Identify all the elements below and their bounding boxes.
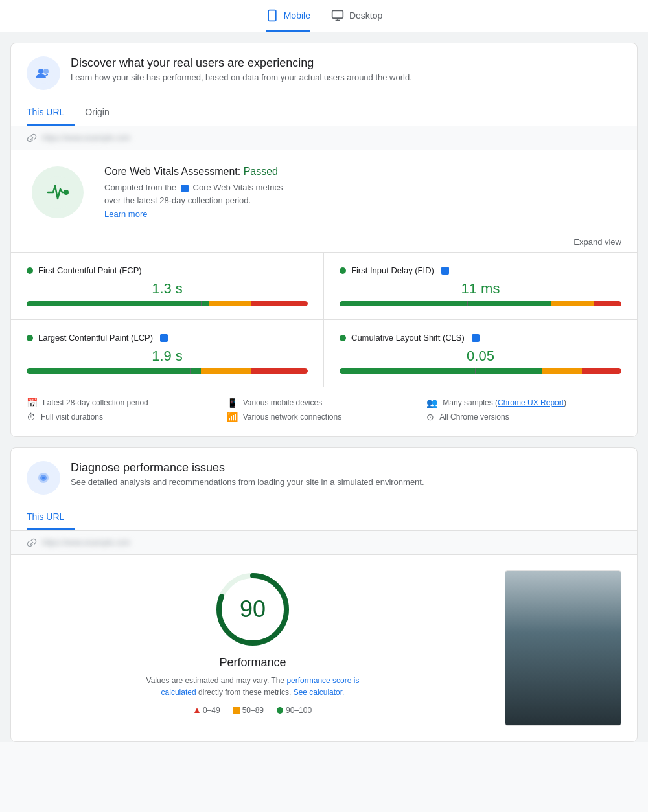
metric-label-lcp: Largest Contentful Paint (LCP) (38, 333, 153, 343)
bar-green-fid (340, 301, 551, 306)
metric-bar-fid (340, 301, 621, 306)
chrome-ux-report-link[interactable]: Chrome UX Report (498, 398, 564, 407)
assessment-text: Core Web Vitals Assessment: Passed Compu… (104, 166, 283, 219)
diagnose-icon-circle (27, 461, 60, 495)
footer-text-devices: Various mobile devices (243, 398, 323, 407)
crux-badge-cls (472, 334, 480, 342)
metric-label-cls: Cumulative Layout Shift (CLS) (351, 333, 465, 343)
metrics-grid: First Contentful Paint (FCP) 1.3 s First (11, 252, 637, 387)
svg-rect-0 (268, 10, 276, 21)
learn-more-link[interactable]: Learn more (104, 209, 147, 219)
mobile-devices-icon: 📱 (227, 398, 238, 408)
metric-value-cls: 0.05 (340, 348, 621, 365)
url-bar-1: https://www.example.com (11, 126, 637, 150)
footer-item-chrome: ⊙ All Chrome versions (426, 412, 621, 422)
footer-item-devices: 📱 Various mobile devices (227, 398, 422, 408)
tab-mobile[interactable]: Mobile (266, 9, 310, 32)
link-icon (27, 133, 37, 143)
metric-dot-fcp (27, 267, 33, 274)
bar-green-cls (340, 368, 542, 374)
bar-orange-cls (542, 368, 582, 374)
vitals-icon-circle (32, 166, 84, 218)
users-icon-circle (27, 56, 60, 90)
svg-point-6 (38, 69, 43, 74)
screenshot-preview (505, 570, 621, 726)
metric-value-lcp: 1.9 s (27, 348, 308, 365)
url-tab-bar-2: This URL (11, 505, 637, 531)
section2-title: Diagnose performance issues (71, 461, 424, 475)
assessment-status: Passed (244, 166, 278, 177)
score-number: 90 (240, 596, 266, 623)
footer-col2: 📱 Various mobile devices 📶 Various netwo… (227, 398, 422, 426)
square-icon (233, 707, 240, 714)
metric-dot-lcp (27, 335, 33, 341)
bar-red-fcp (251, 301, 308, 306)
perf-label: Performance (219, 656, 286, 670)
expand-view-label[interactable]: Expand view (573, 237, 621, 247)
tab-desktop-label: Desktop (349, 10, 382, 21)
metric-bar-lcp (27, 368, 308, 374)
footer-text-network: Various network connections (243, 412, 342, 422)
url-tab-bar: This URL Origin (11, 100, 637, 126)
vitals-svg (41, 176, 74, 209)
group-icon: 👥 (426, 398, 437, 408)
crux-badge-fid (441, 267, 449, 275)
footer-text-28day: Latest 28-day collection period (43, 398, 148, 407)
metric-marker-fid (467, 301, 468, 306)
see-calculator-link[interactable]: See calculator. (294, 688, 345, 697)
metric-label-fid: First Input Delay (FID) (351, 265, 434, 275)
assessment-heading: Core Web Vitals Assessment: Passed (104, 166, 283, 177)
section1-header-text: Discover what your real users are experi… (71, 56, 412, 82)
svg-marker-16 (194, 708, 200, 713)
metric-marker-lcp (190, 368, 191, 374)
timer-icon: ⏱ (27, 412, 36, 422)
tab-desktop[interactable]: Desktop (331, 9, 382, 32)
mobile-icon (266, 9, 279, 22)
metric-value-fcp: 1.3 s (27, 280, 308, 297)
perf-description: Values are estimated and may vary. The p… (143, 675, 363, 698)
bar-red-cls (582, 368, 621, 374)
metric-bar-cls (340, 368, 621, 374)
metric-cls: Cumulative Layout Shift (CLS) 0.05 (324, 320, 637, 387)
users-svg-icon (33, 63, 54, 84)
footer-item-samples: 👥 Many samples (Chrome UX Report) (426, 398, 621, 408)
circle-icon (277, 707, 283, 714)
footer-text-samples: Many samples (Chrome UX Report) (443, 398, 566, 407)
footer-col3: 👥 Many samples (Chrome UX Report) ⊙ All … (426, 398, 621, 426)
section2-header-text: Diagnose performance issues See detailed… (71, 461, 424, 487)
legend-item-orange: 50–89 (233, 706, 264, 715)
footer-info: 📅 Latest 28-day collection period ⏱ Full… (11, 387, 637, 436)
crux-badge-lcp (160, 334, 168, 342)
url-tab-this-2[interactable]: This URL (27, 505, 75, 530)
crux-badge-icon (181, 185, 189, 192)
svg-rect-17 (233, 707, 240, 714)
svg-point-9 (64, 190, 69, 195)
bar-orange-fcp (209, 301, 251, 306)
svg-point-8 (41, 176, 74, 209)
footer-col1: 📅 Latest 28-day collection period ⏱ Full… (27, 398, 222, 426)
assessment-description: Computed from the Core Web Vitals metric… (104, 181, 283, 207)
metric-label-fcp: First Contentful Paint (FCP) (38, 265, 142, 275)
footer-item-visit: ⏱ Full visit durations (27, 412, 222, 422)
url-display-1: https://www.example.com (42, 133, 130, 142)
perf-legend: 0–49 50–89 90–100 (194, 706, 312, 715)
diagnose-card: Diagnose performance issues See detailed… (10, 447, 638, 742)
metric-marker-cls (475, 368, 476, 374)
legend-item-red: 0–49 (194, 706, 220, 715)
footer-text-chrome: All Chrome versions (439, 412, 509, 422)
svg-rect-2 (332, 11, 343, 19)
url-tab-this[interactable]: This URL (27, 100, 75, 126)
metric-fid: First Input Delay (FID) 11 ms (324, 253, 637, 320)
metric-fcp: First Contentful Paint (FCP) 1.3 s (11, 253, 324, 320)
triangle-icon (194, 707, 200, 714)
desktop-icon (331, 9, 344, 22)
legend-item-green: 90–100 (277, 706, 312, 715)
url-tab-origin[interactable]: Origin (85, 100, 119, 126)
real-users-card: Discover what your real users are experi… (10, 43, 638, 437)
bar-green-lcp (27, 368, 201, 374)
calendar-icon: 📅 (27, 398, 38, 408)
chrome-icon: ⊙ (426, 412, 434, 422)
metric-value-fid: 11 ms (340, 280, 621, 297)
url-display-2: https://www.example.com (42, 538, 130, 547)
metric-marker-fcp (201, 301, 202, 306)
